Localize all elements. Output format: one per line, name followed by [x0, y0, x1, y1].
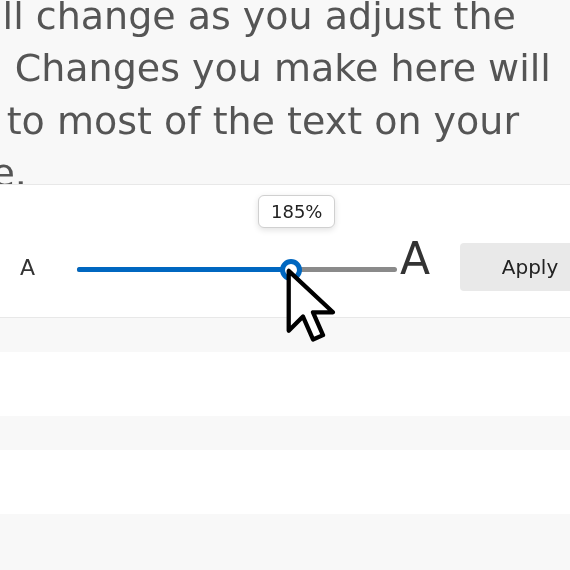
slider-min-label: A	[20, 255, 35, 280]
text-size-slider[interactable]	[77, 267, 397, 272]
slider-tooltip: 185%	[258, 195, 335, 228]
settings-row[interactable]	[0, 450, 570, 514]
text-size-description: rds will change as you adjust the slider…	[0, 0, 570, 200]
settings-row[interactable]	[0, 352, 570, 416]
apply-button[interactable]: Apply	[460, 243, 570, 291]
text-size-panel: 185% A A Apply	[0, 184, 570, 318]
slider-fill	[77, 267, 291, 272]
slider-max-label: A	[400, 233, 430, 284]
slider-thumb[interactable]	[280, 259, 302, 281]
